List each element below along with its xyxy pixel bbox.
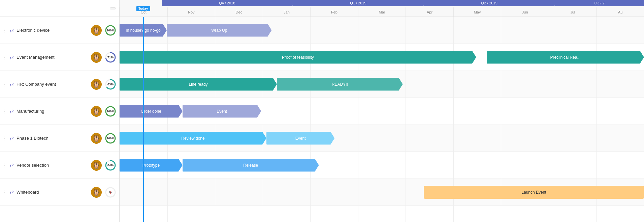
shuffle-icon: ⇄ xyxy=(9,54,14,60)
project-name[interactable]: HR: Company event xyxy=(17,82,88,87)
drag-handle[interactable]: ⋮ xyxy=(3,28,7,33)
project-name[interactable]: Vendor selection xyxy=(17,163,88,168)
grid-line xyxy=(215,17,215,222)
shuffle-icon: ⇄ xyxy=(9,108,14,114)
progress-circle: % xyxy=(104,186,117,198)
drag-handle[interactable]: ⋮ xyxy=(3,109,7,114)
progress-circle: 100% xyxy=(104,105,117,117)
project-row: ⋮ ⇄ Manufacturing 🦉 100% xyxy=(0,98,119,125)
today-badge: Today xyxy=(136,6,150,11)
gantt-bar[interactable]: Event xyxy=(266,132,334,145)
quarter-bar: Q1 / 2019 xyxy=(293,0,424,6)
avatar: 🦉 xyxy=(91,79,102,90)
project-row: ⋮ ⇄ Whiteboard 🦉 % xyxy=(0,179,119,206)
drag-handle[interactable]: ⋮ xyxy=(3,55,7,60)
gantt-bar[interactable]: Wrap Up xyxy=(167,24,271,37)
avatar: 🦉 xyxy=(91,52,102,63)
grid-line xyxy=(167,17,168,222)
month-label: Au xyxy=(596,7,644,17)
gantt-panel: Q4 / 2018Q1 / 2019Q2 / 2019Q3 / 2OctNovD… xyxy=(120,0,644,222)
grid-line xyxy=(263,17,263,222)
gantt-bar[interactable]: Preclinical Rea... xyxy=(487,51,644,64)
month-label: Mar xyxy=(358,7,406,17)
progress-circle: 84% xyxy=(104,159,117,171)
progress-text: 100% xyxy=(106,29,114,32)
quarter-bar: Q2 / 2019 xyxy=(424,0,555,6)
grid-line xyxy=(310,17,311,222)
grid-line xyxy=(406,17,406,222)
progress-text: 100% xyxy=(106,137,114,140)
gantt-row: Order doneEvent xyxy=(120,98,644,125)
quarter-bar: Q3 / 2 xyxy=(555,0,644,6)
gantt-row: In house? go no-goWrap Up xyxy=(120,17,644,44)
progress-text: 84% xyxy=(107,164,114,167)
gantt-row: PrototypeRelease xyxy=(120,152,644,179)
avatar: 🦉 xyxy=(91,187,102,198)
project-row: ⋮ ⇄ Phase 1 Biotech 🦉 100% xyxy=(0,125,119,152)
gantt-body: In house? go no-goWrap UpProof of feasib… xyxy=(120,17,644,222)
gantt-bar[interactable]: Event xyxy=(183,105,261,118)
avatar: 🦉 xyxy=(91,160,102,171)
project-row: ⋮ ⇄ HR: Company event 🦉 63% xyxy=(0,71,119,98)
project-name[interactable]: Whiteboard xyxy=(17,190,88,195)
progress-circle: 100% xyxy=(104,132,117,144)
app-container: ⋮ ⇄ Electronic device 🦉 100% ⋮ ⇄ Event M… xyxy=(0,0,644,222)
month-label: Dec xyxy=(215,7,263,17)
shuffle-icon: ⇄ xyxy=(9,27,14,33)
project-row: ⋮ ⇄ Electronic device 🦉 100% xyxy=(0,17,119,44)
gantt-row: Line readyREADY!! xyxy=(120,71,644,98)
project-name[interactable]: Manufacturing xyxy=(17,109,88,114)
shuffle-icon: ⇄ xyxy=(9,81,14,87)
project-list: ⋮ ⇄ Electronic device 🦉 100% ⋮ ⇄ Event M… xyxy=(0,17,119,206)
project-row: ⋮ ⇄ Event Management 🦉 71% xyxy=(0,44,119,71)
gantt-header: Q4 / 2018Q1 / 2019Q2 / 2019Q3 / 2OctNovD… xyxy=(120,0,644,17)
gantt-row: Review doneEvent xyxy=(120,125,644,152)
gantt-bar[interactable]: Proof of feasibility xyxy=(120,51,476,64)
today-line xyxy=(143,17,144,222)
gantt-row: Launch Event xyxy=(120,179,644,206)
drag-handle[interactable]: ⋮ xyxy=(3,190,7,195)
project-name[interactable]: Phase 1 Biotech xyxy=(17,136,88,141)
gantt-bar[interactable]: READY!! xyxy=(277,78,403,91)
grid-line xyxy=(358,17,358,222)
project-name[interactable]: Event Management xyxy=(17,55,88,60)
project-row: ⋮ ⇄ Vendor selection 🦉 84% xyxy=(0,152,119,179)
shuffle-icon: ⇄ xyxy=(9,135,14,141)
month-label: Jul xyxy=(549,7,597,17)
progress-text: 71% xyxy=(107,56,114,59)
left-panel: ⋮ ⇄ Electronic device 🦉 100% ⋮ ⇄ Event M… xyxy=(0,0,120,222)
avatar: 🦉 xyxy=(91,25,102,36)
progress-text: % xyxy=(109,191,112,194)
month-label: Apr xyxy=(406,7,453,17)
gantt-bar[interactable]: Prototype xyxy=(120,159,183,172)
gantt-row: Proof of feasibilityPreclinical Rea... xyxy=(120,44,644,71)
gantt-bar[interactable]: Review done xyxy=(120,132,266,145)
left-header xyxy=(0,0,119,17)
progress-circle: 100% xyxy=(104,24,117,36)
month-label: Nov xyxy=(167,7,215,17)
gantt-bar[interactable]: Order done xyxy=(120,105,183,118)
shuffle-icon: ⇄ xyxy=(9,189,14,195)
shuffle-icon: ⇄ xyxy=(9,162,14,168)
project-name[interactable]: Electronic device xyxy=(17,28,88,33)
progress-text: 100% xyxy=(106,110,114,113)
progress-circle: 71% xyxy=(104,51,117,63)
drag-handle[interactable]: ⋮ xyxy=(3,82,7,87)
progress-text: 63% xyxy=(107,83,114,86)
gantt-bar[interactable]: Release xyxy=(183,159,319,172)
drag-handle[interactable]: ⋮ xyxy=(3,136,7,141)
quarter-bar: Q4 / 2018 xyxy=(162,0,293,6)
progress-circle: 63% xyxy=(104,78,117,90)
month-label: Jan xyxy=(263,7,311,17)
drag-handle[interactable]: ⋮ xyxy=(3,163,7,168)
month-labels: OctNovDecJanFebMarAprMayJunJulAu xyxy=(120,7,644,17)
month-label: Jun xyxy=(501,7,549,17)
gantt-bar[interactable]: Launch Event xyxy=(424,186,644,199)
month-label: Feb xyxy=(310,7,358,17)
on-track-badge xyxy=(110,7,116,9)
avatar: 🦉 xyxy=(91,133,102,144)
month-label: May xyxy=(453,7,501,17)
avatar: 🦉 xyxy=(91,106,102,117)
